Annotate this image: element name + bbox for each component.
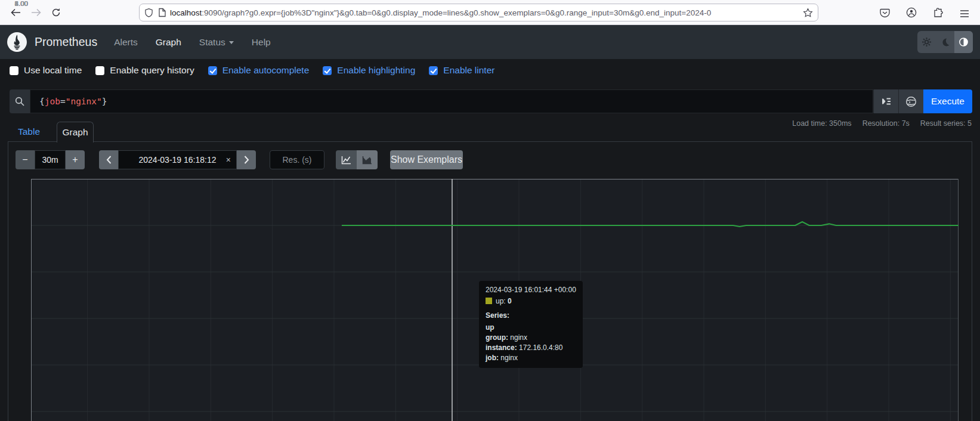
theme-auto-button[interactable] <box>954 31 973 53</box>
browser-reload-button[interactable] <box>48 4 64 21</box>
range-decrease-button[interactable]: − <box>16 150 35 169</box>
tooltip-swatch <box>486 298 492 304</box>
brand-title: Prometheus <box>35 35 97 49</box>
time-back-button[interactable] <box>99 150 118 169</box>
option-label: Enable linter <box>443 65 494 76</box>
bookmark-star-icon[interactable] <box>803 8 813 18</box>
account-button[interactable] <box>903 4 920 21</box>
query-expression-input[interactable]: {job="nginx"} <box>30 89 873 113</box>
checkbox-enable-autocomplete[interactable] <box>208 66 217 75</box>
theme-light-button[interactable] <box>917 31 936 53</box>
chevron-left-icon <box>106 156 112 164</box>
query-options-row: Use local time Enable query history Enab… <box>10 65 494 76</box>
tooltip-value: 0 <box>508 297 512 305</box>
tooltip-value-row: up: 0 <box>486 297 576 307</box>
execute-button[interactable]: Execute <box>923 89 972 113</box>
url-text[interactable]: localhost:9090/graph?g0.expr={job%3D"ngi… <box>170 8 803 17</box>
checkbox-use-local-time[interactable] <box>10 66 18 75</box>
query-token: = <box>60 97 66 106</box>
tooltip-series-name: up <box>486 323 576 333</box>
query-tree-view-button[interactable] <box>873 89 898 113</box>
forward-arrow-icon <box>31 8 41 17</box>
url-bar[interactable]: localhost:9090/graph?g0.expr={job%3D"ngi… <box>139 4 818 21</box>
tab-table[interactable]: Table <box>18 126 40 137</box>
stacked-area-icon <box>362 156 372 165</box>
back-arrow-icon <box>11 8 21 17</box>
option-label: Enable query history <box>110 65 194 76</box>
query-token: } <box>102 97 107 106</box>
prometheus-navbar: Prometheus Alerts Graph Status Help <box>0 25 980 59</box>
show-exemplars-button[interactable]: Show Exemplars <box>390 150 463 169</box>
checkbox-enable-query-history[interactable] <box>95 66 104 75</box>
tooltip-series-short: up: <box>496 297 506 305</box>
range-input[interactable]: 30m <box>35 150 66 169</box>
nav-item-help[interactable]: Help <box>252 37 271 48</box>
shield-permissions-icon[interactable] <box>144 8 153 18</box>
query-stats: Load time: 350ms Resolution: 7s Result s… <box>792 119 972 128</box>
checkbox-enable-linter[interactable] <box>429 66 438 75</box>
reload-icon <box>51 8 61 17</box>
resolution-input-wrap: Res. (s) <box>270 150 324 169</box>
half-circle-auto-icon <box>959 37 969 47</box>
option-enable-highlighting[interactable]: Enable highlighting <box>323 65 415 76</box>
nav-links: Alerts Graph Status Help <box>114 37 271 48</box>
page-info-icon[interactable] <box>158 8 166 17</box>
nav-item-alerts[interactable]: Alerts <box>114 37 138 48</box>
stacked-chart-button[interactable] <box>357 150 378 169</box>
graph-tooltip: 2024-03-19 16:01:44 +00:00 up: 0 Series:… <box>479 281 583 368</box>
url-host: localhost <box>170 8 202 17</box>
tooltip-label-value: nginx <box>500 354 518 362</box>
option-enable-autocomplete[interactable]: Enable autocomplete <box>208 65 310 76</box>
tooltip-label-value: nginx <box>510 333 527 342</box>
tooltip-label-row: job: nginx <box>486 354 576 363</box>
resolution: Resolution: 7s <box>862 119 910 128</box>
end-time-input[interactable]: 2024-03-19 16:18:12 × <box>118 150 237 169</box>
tooltip-label-row: instance: 172.16.0.4:80 <box>486 343 576 353</box>
theme-toggle-group <box>917 31 973 53</box>
option-enable-query-history[interactable]: Enable query history <box>95 65 194 76</box>
nav-item-status-label: Status <box>199 37 225 47</box>
prometheus-graph-page: localhost:9090/graph?g0.expr={job%3D"ngi… <box>0 0 980 421</box>
browser-forward-button[interactable] <box>27 4 44 21</box>
query-token-label: job <box>45 97 60 106</box>
tooltip-label-value: 172.16.0.4:80 <box>519 343 562 352</box>
url-fade <box>761 8 803 17</box>
gear-icon <box>922 37 932 47</box>
option-use-local-time[interactable]: Use local time <box>10 65 82 76</box>
extensions-button[interactable] <box>930 5 947 21</box>
tooltip-series-heading: Series: <box>486 311 576 321</box>
resolution-input[interactable]: Res. (s) <box>270 150 324 169</box>
globe-icon <box>905 96 917 107</box>
option-enable-linter[interactable]: Enable linter <box>429 65 494 76</box>
search-icon <box>15 97 24 106</box>
tab-graph[interactable]: Graph <box>57 122 94 143</box>
range-increase-button[interactable]: + <box>66 150 85 169</box>
line-chart-button[interactable] <box>336 150 357 169</box>
moon-icon <box>941 38 950 47</box>
theme-dark-button[interactable] <box>936 31 954 53</box>
result-series: Result series: 5 <box>920 119 972 128</box>
clear-time-icon[interactable]: × <box>226 155 231 165</box>
metrics-explorer-button[interactable] <box>898 89 923 113</box>
option-label: Enable autocomplete <box>222 65 310 76</box>
puzzle-piece-icon <box>933 8 943 18</box>
menu-button[interactable] <box>956 5 973 22</box>
time-control-group: 2024-03-19 16:18:12 × <box>99 150 256 169</box>
tooltip-label-key: group: <box>486 333 508 342</box>
nav-item-graph[interactable]: Graph <box>156 37 181 48</box>
tooltip-label-key: instance: <box>486 343 517 352</box>
pocket-save-button[interactable] <box>877 5 894 21</box>
query-token-string: "nginx" <box>66 97 102 106</box>
nav-item-status[interactable]: Status <box>199 37 234 48</box>
prometheus-logo-icon <box>7 32 27 52</box>
end-time-value: 2024-03-19 16:18:12 <box>139 155 217 165</box>
line-chart-icon <box>341 156 351 165</box>
browser-toolbar-right <box>877 4 980 22</box>
time-forward-button[interactable] <box>237 150 256 169</box>
chevron-right-icon <box>244 156 249 164</box>
brand[interactable]: Prometheus <box>7 32 97 52</box>
load-time: Load time: 350ms <box>792 119 851 128</box>
query-token: { <box>39 97 45 106</box>
pocket-icon <box>880 8 890 18</box>
checkbox-enable-highlighting[interactable] <box>323 66 332 75</box>
